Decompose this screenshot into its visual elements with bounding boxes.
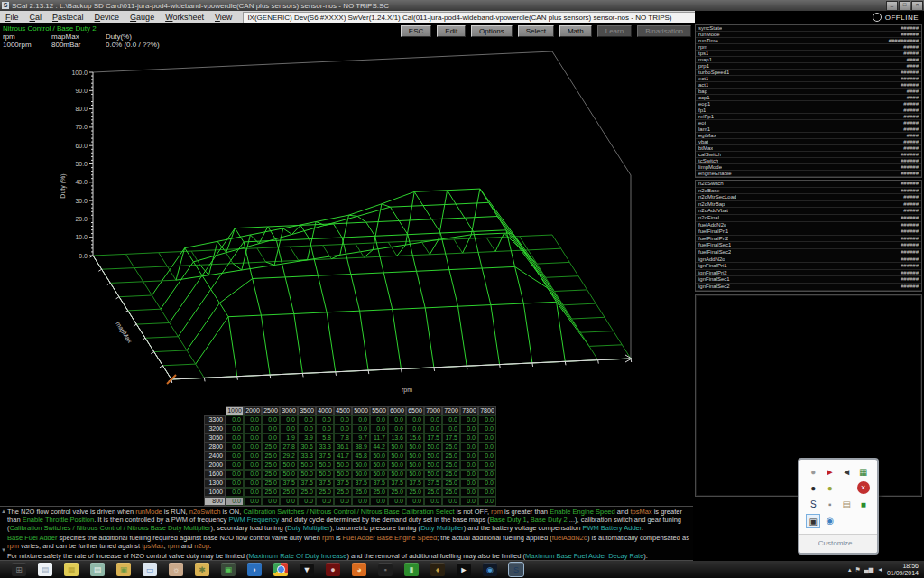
table-cell[interactable]: 0.0 (316, 424, 334, 434)
desc-link[interactable]: tpsMax (142, 542, 163, 550)
row-header-3300[interactable]: 3300 (204, 415, 226, 424)
live-value-row[interactable]: ignFinalSec1###### (696, 276, 921, 284)
table-cell[interactable]: 25.0 (442, 461, 460, 470)
desc-link[interactable]: Enable Throttle Position (23, 516, 95, 524)
minimize-button[interactable]: _ (886, 1, 898, 11)
col-header-6000[interactable]: 6000 (388, 406, 406, 415)
live-value-row[interactable]: eop1##### (696, 101, 921, 107)
table-cell[interactable]: 0.0 (370, 415, 388, 424)
table-cell[interactable]: 0.0 (460, 479, 478, 488)
cinema-icon[interactable]: ◉ (483, 563, 497, 576)
table-cell[interactable]: 0.0 (316, 497, 334, 506)
table-cell[interactable]: 33.3 (316, 443, 334, 452)
row-header-1000[interactable]: 1000 (204, 488, 226, 497)
desc-link[interactable]: n2oSwitch (189, 508, 221, 516)
table-cell[interactable]: 25.0 (442, 443, 460, 452)
table-cell[interactable]: 50.0 (352, 461, 370, 470)
table-cell[interactable]: 50.0 (370, 452, 388, 461)
table-cell[interactable]: 50.0 (424, 452, 442, 461)
table-cell[interactable]: 0.0 (442, 424, 460, 434)
hawk-icon[interactable]: ♦ (430, 563, 445, 576)
live-value-row[interactable]: n2oSwitch###### (696, 181, 921, 188)
remote-desktop-icon[interactable]: ▣ (221, 563, 236, 576)
col-header-7200[interactable]: 7200 (442, 406, 460, 415)
table-cell[interactable]: 30.6 (298, 443, 316, 452)
tray-scal-icon[interactable]: S (807, 498, 819, 510)
table-cell[interactable]: 0.0 (244, 470, 262, 479)
live-value-row[interactable]: ignFinalPri2###### (696, 270, 921, 277)
table-cell[interactable]: 0.0 (370, 424, 388, 434)
table-cell[interactable]: 0.0 (460, 497, 478, 506)
tray-sphere-icon[interactable]: ● (824, 481, 836, 494)
tray-mouse-icon[interactable]: ● (807, 481, 819, 494)
table-cell[interactable]: 0.0 (460, 424, 478, 434)
desc-link[interactable]: Enable Engine Speed (550, 508, 615, 516)
desc-link[interactable]: Duty Multiplier (287, 524, 330, 532)
table-cell[interactable]: 50.0 (370, 470, 388, 479)
live-value-row[interactable]: vbat##### (696, 139, 921, 145)
desc-link[interactable]: tpsMax (630, 508, 651, 516)
table-cell[interactable]: 37.5 (424, 479, 442, 488)
desc-link[interactable]: rpm (322, 534, 334, 542)
table-cell[interactable]: 25.0 (370, 488, 388, 497)
live-value-row[interactable]: fuelFinalPri1###### (696, 228, 921, 236)
table-cell[interactable]: 11.7 (370, 434, 388, 443)
table-cell[interactable]: 0.0 (244, 479, 262, 488)
table-cell[interactable]: 7.8 (334, 434, 352, 443)
table-cell[interactable]: 0.0 (244, 434, 262, 443)
table-cell[interactable]: 0.0 (460, 415, 478, 424)
network-icon[interactable]: ▄▆ (864, 566, 873, 573)
show-hidden-icons-button[interactable]: ▴ (848, 566, 852, 573)
table-cell[interactable]: 0.0 (352, 497, 370, 506)
table-cell[interactable]: 50.0 (424, 461, 442, 470)
live-value-row[interactable]: eot##### (696, 120, 921, 126)
table-cell[interactable]: 25.0 (262, 470, 280, 479)
live-value-row[interactable]: bap#### (696, 89, 921, 95)
row-header-1300[interactable]: 1300 (204, 479, 226, 488)
desc-link[interactable]: rpm (7, 542, 19, 550)
red-badge-icon[interactable]: ● (326, 563, 340, 576)
table-cell[interactable]: 0.0 (388, 424, 406, 434)
table-cell[interactable]: 38.9 (352, 443, 370, 452)
table-cell[interactable]: 0.0 (424, 415, 442, 424)
table-cell[interactable]: 37.5 (352, 479, 370, 488)
table-cell[interactable]: 0.0 (478, 424, 496, 434)
table-cell[interactable]: 50.0 (316, 461, 334, 470)
table-cell[interactable]: 0.0 (478, 461, 496, 470)
live-value-row[interactable]: ect1###### (696, 76, 921, 82)
table-cell[interactable]: 3.9 (298, 434, 316, 443)
col-header-4500[interactable]: 4500 (334, 406, 352, 415)
live-value-row[interactable]: runMode###### (696, 32, 921, 38)
tray-red-arrow-icon[interactable]: ► (824, 465, 836, 478)
col-header-5500[interactable]: 5500 (370, 406, 388, 415)
table-cell[interactable]: 50.0 (298, 461, 316, 470)
table-cell[interactable]: 50.0 (388, 461, 406, 470)
table-cell[interactable]: 0.0 (280, 424, 298, 434)
table-cell[interactable]: 0.0 (334, 415, 352, 424)
tray-alert-icon[interactable]: × (857, 481, 870, 494)
tray-volume-icon[interactable]: ◄ (840, 465, 853, 478)
table-cell[interactable]: 0.0 (298, 497, 316, 506)
table-cell[interactable]: 0.0 (424, 424, 442, 434)
row-header-800[interactable]: 800 (204, 497, 226, 506)
live-value-row[interactable]: egtMax#### (696, 133, 921, 139)
desc-link[interactable]: fuelAddN2o (552, 534, 587, 542)
live-value-row[interactable]: tps1##### (696, 51, 921, 57)
col-header-4000[interactable]: 4000 (316, 406, 334, 415)
menu-item-gauge[interactable]: Gauge (125, 13, 160, 22)
table-cell[interactable]: 0.0 (478, 443, 496, 452)
table-cell[interactable]: 25.0 (262, 461, 280, 470)
row-header-3050[interactable]: 3050 (204, 434, 226, 443)
live-value-row[interactable]: n2oFinal###### (696, 215, 921, 222)
table-cell[interactable]: 50.0 (406, 470, 424, 479)
live-value-row[interactable]: fp1##### (696, 107, 921, 114)
live-value-row[interactable]: lam1##### (696, 126, 921, 133)
window-icon[interactable]: ▭ (143, 563, 157, 576)
table-cell[interactable]: 0.0 (352, 415, 370, 424)
col-header-3500[interactable]: 3500 (298, 406, 316, 415)
table-cell[interactable]: 0.0 (478, 470, 496, 479)
edit-button[interactable]: Edit (437, 25, 466, 37)
table-cell[interactable]: 37.5 (370, 479, 388, 488)
table-cell[interactable]: 37.5 (280, 479, 298, 488)
table-cell[interactable]: 50.0 (370, 461, 388, 470)
